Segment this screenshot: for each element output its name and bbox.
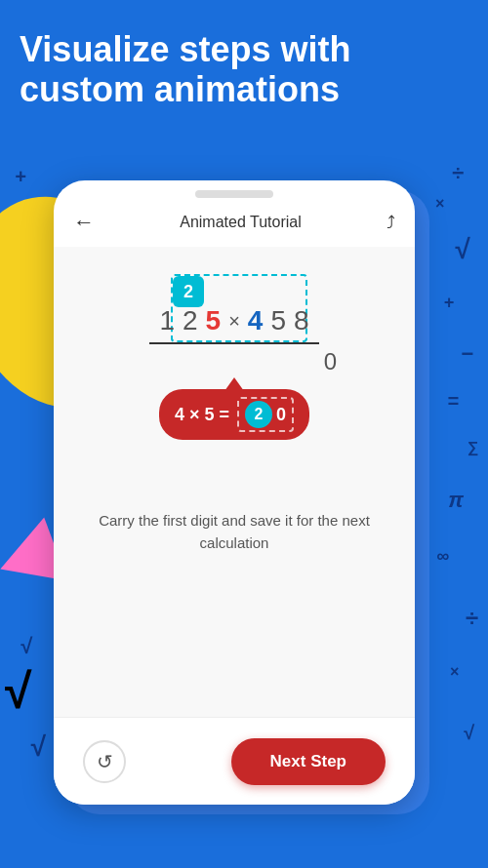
num-4-blue: 4 [248, 305, 264, 336]
next-step-button[interactable]: Next Step [231, 738, 386, 785]
equation-badge: 4 × 5 = 2 0 [159, 389, 309, 440]
equation-text: 4 × 5 = [175, 405, 229, 425]
result-zero: 0 [324, 348, 337, 375]
phone-notch [195, 190, 273, 198]
deco-symbol-10: ÷ [466, 605, 478, 632]
number-row: 1 2 5 × 4 5 8 [149, 305, 318, 344]
equation-result-box: 2 0 [237, 397, 294, 432]
phone-topbar: ← Animated Tutorial ⤴ [54, 198, 415, 247]
deco-symbol-12: √ [463, 722, 473, 744]
num-5-red: 5 [206, 305, 222, 336]
deco-symbol-7: ∑ [468, 439, 478, 456]
deco-symbol-8: π [448, 488, 464, 513]
sqrt-decoration: √ [5, 663, 31, 720]
multiply-sign: × [228, 310, 240, 333]
deco-symbol-4: + [443, 293, 454, 313]
deco-symbol-3: √ [454, 234, 468, 265]
num-1: 1 [159, 305, 175, 336]
result-zero-row: 0 [324, 348, 337, 375]
deco-symbol-1: ÷ [452, 161, 464, 186]
reset-button[interactable]: ↺ [83, 740, 126, 783]
math-area: 2 1 2 5 × 4 5 8 0 4 × 5 = 2 [73, 286, 395, 461]
phone-mockup: ← Animated Tutorial ⤴ 2 1 2 5 × 4 5 8 0 [54, 180, 415, 805]
phone-bottom-bar: ↺ Next Step [54, 717, 415, 805]
share-button[interactable]: ⤴ [386, 213, 395, 233]
deco-symbol-5: − [461, 341, 473, 367]
deco-symbol-6: = [447, 390, 459, 413]
deco-symbol-9: ∞ [436, 546, 449, 567]
deco-symbol-2: × [435, 195, 444, 213]
carry-number-box: 2 [173, 276, 204, 307]
step-description: Carry the first digit and save it for th… [73, 510, 395, 554]
equation-carry-digit: 2 [245, 401, 272, 428]
phone-content: 2 1 2 5 × 4 5 8 0 4 × 5 = 2 [54, 247, 415, 773]
num-8: 8 [294, 305, 309, 336]
deco-symbol-13: + [15, 166, 26, 188]
screen-title: Animated Tutorial [180, 214, 302, 231]
num-5: 5 [270, 305, 286, 336]
back-button[interactable]: ← [73, 210, 95, 235]
deco-symbol-15: √ [20, 634, 31, 659]
deco-symbol-11: × [450, 663, 459, 681]
header-title: Visualize steps with custom animations [20, 29, 468, 110]
equation-result-zero: 0 [276, 405, 286, 425]
deco-symbol-16: √ [29, 731, 44, 763]
num-2: 2 [183, 305, 198, 336]
